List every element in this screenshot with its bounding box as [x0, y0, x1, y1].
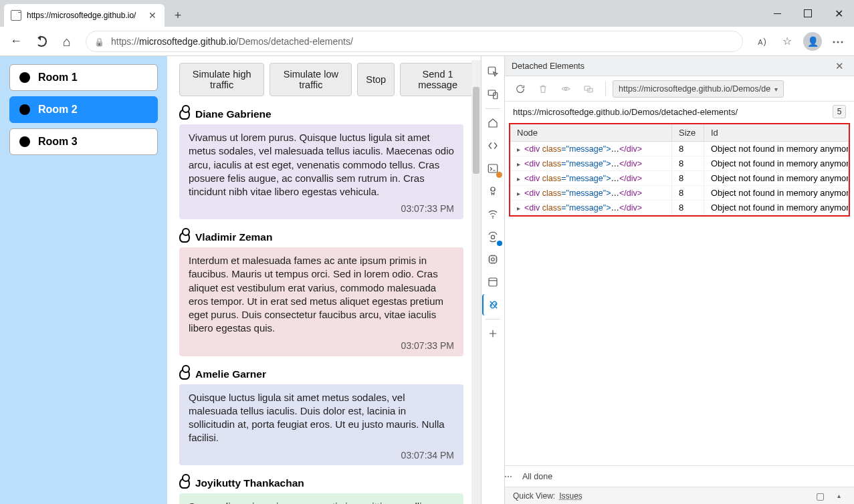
- detached-elements-tool-icon[interactable]: [482, 294, 504, 316]
- favorite-button[interactable]: [775, 29, 799, 53]
- message-time: 03:07:33 PM: [189, 203, 454, 215]
- settings-menu-button[interactable]: [826, 29, 850, 53]
- reading-mode-button[interactable]: [750, 29, 774, 53]
- url-field[interactable]: https://microsoftedge.github.io/Demos/de…: [86, 31, 743, 52]
- room-sidebar: Room 1Room 2Room 3: [0, 56, 167, 504]
- window-close-button[interactable]: ✕: [823, 0, 854, 27]
- message-author: Amelie Garner: [179, 368, 463, 380]
- room-button-3[interactable]: Room 3: [9, 128, 158, 155]
- message-author: Vladimir Zeman: [179, 231, 463, 243]
- message-author: Joyikutty Thankachan: [179, 477, 463, 489]
- profile-button[interactable]: [800, 29, 825, 53]
- send-message-button[interactable]: Send 1 message: [400, 63, 475, 96]
- devtools-toolbar: https://microsoftedge.github.io/Demos/de: [505, 76, 854, 102]
- room-button-2[interactable]: Room 2: [9, 96, 158, 123]
- nav-refresh-button[interactable]: [29, 29, 54, 53]
- message-time: 03:07:34 PM: [189, 449, 454, 462]
- svg-point-10: [564, 88, 566, 90]
- message: Diane GabrieneVivamus ut lorem purus. Qu…: [179, 108, 463, 219]
- devtools-breadcrumb: https://microsoftedge.github.io/Demos/de…: [513, 107, 738, 117]
- performance-tool-icon[interactable]: [482, 226, 504, 247]
- reveal-button[interactable]: [556, 79, 576, 99]
- devtools-close-button[interactable]: ✕: [831, 58, 847, 74]
- tab-title: https://microsoftedge.github.io/: [27, 11, 136, 20]
- avatar-icon: [803, 32, 822, 51]
- detached-element-row[interactable]: <div class="message">…</div>8Object not …: [510, 142, 849, 156]
- message-body: Interdum et malesuada fames ac ante ipsu…: [189, 254, 454, 336]
- person-icon: [179, 369, 190, 380]
- quick-view-bar: Quick View: Issues: [505, 487, 854, 504]
- address-bar: https://microsoftedge.github.io/Demos/de…: [0, 27, 854, 56]
- network-tool-icon[interactable]: [482, 203, 504, 225]
- svg-point-8: [492, 258, 495, 261]
- inspect-element-icon[interactable]: [482, 61, 504, 82]
- message-bubble: Vivamus ut lorem purus. Quisque luctus l…: [179, 124, 463, 219]
- message-body: Vivamus ut lorem purus. Quisque luctus l…: [189, 131, 454, 199]
- application-tool-icon[interactable]: [482, 271, 504, 293]
- detached-element-row[interactable]: <div class="message">…</div>8Object not …: [510, 201, 849, 215]
- simulate-high-traffic-button[interactable]: Simulate high traffic: [179, 63, 264, 96]
- detached-element-row[interactable]: <div class="message">…</div>8Object not …: [510, 171, 849, 186]
- detached-element-row[interactable]: <div class="message">…</div>8Object not …: [510, 186, 849, 201]
- sources-tool-icon[interactable]: [482, 180, 504, 202]
- simulate-low-traffic-button[interactable]: Simulate low traffic: [270, 63, 352, 96]
- devtools-status-text: All done: [522, 472, 552, 481]
- tab-close-button[interactable]: ✕: [147, 10, 158, 21]
- frame-select[interactable]: https://microsoftedge.github.io/Demos/de: [613, 80, 784, 98]
- nav-home-button[interactable]: [55, 29, 79, 53]
- person-icon: [179, 232, 190, 243]
- detached-element-row[interactable]: <div class="message">…</div>8Object not …: [510, 156, 849, 171]
- svg-point-5: [492, 217, 494, 219]
- device-emulation-icon[interactable]: [482, 84, 504, 105]
- add-tool-button[interactable]: [482, 323, 504, 344]
- expand-triangle-icon[interactable]: [517, 188, 520, 198]
- nav-back-button[interactable]: [4, 29, 28, 53]
- detached-count-badge: 5: [833, 105, 846, 118]
- refresh-detached-button[interactable]: [510, 79, 530, 99]
- author-name: Amelie Garner: [195, 368, 266, 380]
- console-tool-icon[interactable]: [482, 158, 504, 179]
- svg-point-14: [508, 476, 509, 477]
- page-scrollbar[interactable]: [471, 60, 481, 504]
- cell-size: 8: [672, 201, 704, 215]
- column-header-id[interactable]: Id: [704, 124, 849, 141]
- expand-triangle-icon[interactable]: [517, 159, 520, 168]
- expand-triangle-icon[interactable]: [517, 203, 520, 213]
- cell-size: 8: [672, 171, 704, 185]
- browser-tab[interactable]: https://microsoftedge.github.io/ ✕: [4, 4, 165, 27]
- message-bubble: Quisque luctus ligula sit amet metus sod…: [179, 384, 463, 466]
- performance-info-badge: [497, 241, 502, 246]
- svg-rect-0: [488, 67, 496, 74]
- quick-view-expand-icon[interactable]: [831, 489, 846, 503]
- expand-triangle-icon[interactable]: [517, 174, 520, 183]
- detach-button[interactable]: [578, 79, 599, 99]
- room-button-1[interactable]: Room 1: [9, 64, 158, 91]
- elements-tool-icon[interactable]: [482, 135, 504, 156]
- column-header-size[interactable]: Size: [672, 124, 704, 141]
- welcome-tool-icon[interactable]: [482, 112, 504, 134]
- traffic-controls: Simulate high traffic Simulate low traff…: [179, 63, 475, 96]
- devtools-header: Detached Elements ✕: [505, 56, 854, 76]
- cell-id: Object not found in memory anymore: [704, 156, 849, 170]
- console-warning-badge: [496, 172, 502, 178]
- quick-view-dock-icon[interactable]: [813, 489, 827, 503]
- svg-point-13: [505, 476, 506, 477]
- tab-strip: https://microsoftedge.github.io/ ✕ +: [0, 0, 762, 27]
- message-list: Diane GabrieneVivamus ut lorem purus. Qu…: [179, 108, 475, 504]
- collect-garbage-button[interactable]: [533, 79, 553, 99]
- column-header-node[interactable]: Node: [510, 124, 672, 141]
- scrollbar-thumb[interactable]: [473, 87, 479, 174]
- window-minimize-button[interactable]: [762, 0, 792, 27]
- room-label: Room 2: [38, 104, 78, 116]
- expand-triangle-icon[interactable]: [517, 144, 520, 154]
- new-tab-button[interactable]: +: [169, 6, 187, 25]
- quick-view-label: Quick View:: [513, 491, 555, 501]
- quick-view-value[interactable]: Issues: [559, 491, 582, 501]
- message-author: Diane Gabriene: [179, 108, 463, 120]
- window-maximize-button[interactable]: [792, 0, 823, 27]
- person-icon: [179, 109, 190, 120]
- memory-tool-icon[interactable]: [482, 249, 504, 270]
- devtools-more-button[interactable]: [498, 467, 518, 487]
- stop-button[interactable]: Stop: [357, 63, 395, 96]
- cell-id: Object not found in memory anymore: [704, 171, 849, 185]
